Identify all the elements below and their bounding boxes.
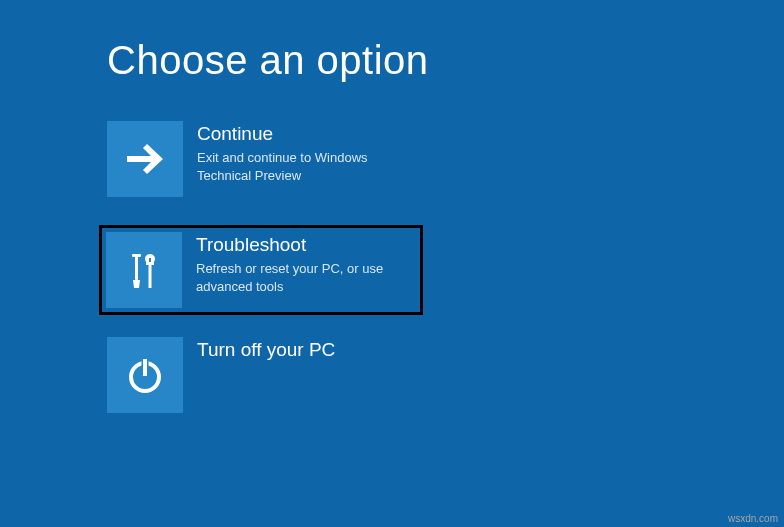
option-text-block: Turn off your PC xyxy=(183,337,335,365)
option-description: Refresh or reset your PC, or use advance… xyxy=(196,260,396,295)
option-title: Turn off your PC xyxy=(197,339,335,361)
option-turn-off[interactable]: Turn off your PC xyxy=(107,337,417,413)
option-text-block: Troubleshoot Refresh or reset your PC, o… xyxy=(182,232,396,295)
option-text-block: Continue Exit and continue to Windows Te… xyxy=(183,121,397,184)
tools-icon xyxy=(106,232,182,308)
arrow-right-icon xyxy=(107,121,183,197)
svg-rect-0 xyxy=(135,256,138,280)
options-list: Continue Exit and continue to Windows Te… xyxy=(0,83,784,413)
svg-rect-5 xyxy=(143,359,147,376)
option-troubleshoot[interactable]: Troubleshoot Refresh or reset your PC, o… xyxy=(101,227,421,313)
power-icon xyxy=(107,337,183,413)
svg-rect-1 xyxy=(132,254,141,257)
page-title: Choose an option xyxy=(0,0,784,83)
option-continue[interactable]: Continue Exit and continue to Windows Te… xyxy=(107,121,417,197)
watermark-text: wsxdn.com xyxy=(728,513,778,524)
option-title: Troubleshoot xyxy=(196,234,396,256)
svg-rect-2 xyxy=(149,265,152,288)
option-title: Continue xyxy=(197,123,397,145)
option-description: Exit and continue to Windows Technical P… xyxy=(197,149,397,184)
